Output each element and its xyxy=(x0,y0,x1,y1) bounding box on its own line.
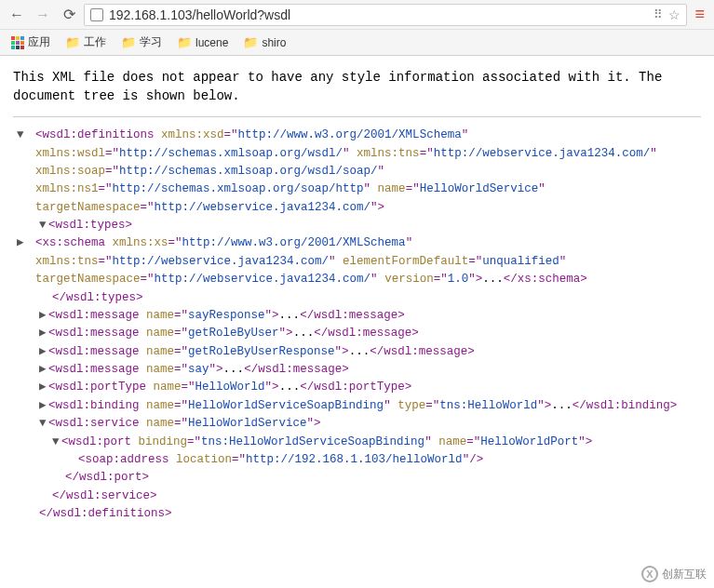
xml-element[interactable]: ▼<wsdl:service name="HelloWorldService"> xyxy=(13,415,701,433)
xml-element[interactable]: ▶<wsdl:portType name="HelloWorld">...</w… xyxy=(13,379,701,396)
url-text: 192.168.1.103/helloWorld?wsdl xyxy=(109,7,648,22)
folder-icon: 📁 xyxy=(121,35,136,49)
menu-icon[interactable]: ≡ xyxy=(691,5,708,24)
xml-close: </wsdl:types> xyxy=(13,289,701,307)
xml-element[interactable]: <soap:address location="http://192.168.1… xyxy=(13,451,701,469)
folder-icon: 📁 xyxy=(243,35,258,49)
collapse-toggle[interactable]: ▼ xyxy=(26,127,35,144)
translate-icon[interactable]: ⠿ xyxy=(653,7,663,21)
xml-element[interactable]: ▶<wsdl:binding name="HelloWorldServiceSo… xyxy=(13,397,701,415)
xml-element[interactable]: ▶<wsdl:message name="getRoleByUser">...<… xyxy=(13,325,701,342)
bookmarks-bar: 应用 📁工作 📁学习 📁lucene 📁shiro xyxy=(0,30,714,56)
forward-button[interactable]: → xyxy=(32,4,54,26)
expand-toggle[interactable]: ▶ xyxy=(39,343,48,361)
expand-toggle[interactable]: ▶ xyxy=(39,397,48,415)
expand-toggle[interactable]: ▶ xyxy=(26,234,35,252)
bookmark-star-icon[interactable]: ☆ xyxy=(668,7,680,22)
xml-notice: This XML file does not appear to have an… xyxy=(13,65,701,113)
bookmark-folder[interactable]: 📁lucene xyxy=(171,33,234,51)
folder-icon: 📁 xyxy=(65,35,80,49)
xml-element[interactable]: ▶<wsdl:message name="say">...</wsdl:mess… xyxy=(13,361,701,379)
expand-toggle[interactable]: ▶ xyxy=(39,307,48,325)
reload-button[interactable]: ⟳ xyxy=(58,4,80,26)
expand-toggle[interactable]: ▶ xyxy=(39,325,48,342)
address-bar[interactable]: 192.168.1.103/helloWorld?wsdl ⠿ ☆ xyxy=(84,4,687,26)
page-icon xyxy=(90,8,103,21)
xml-element[interactable]: ▶<wsdl:message name="getRoleByUserRespon… xyxy=(13,343,701,361)
collapse-toggle[interactable]: ▼ xyxy=(39,415,48,433)
browser-toolbar: ← → ⟳ 192.168.1.103/helloWorld?wsdl ⠿ ☆ … xyxy=(0,0,714,30)
apps-button[interactable]: 应用 xyxy=(6,33,56,52)
folder-icon: 📁 xyxy=(177,35,192,49)
expand-toggle[interactable]: ▶ xyxy=(39,379,48,396)
collapse-toggle[interactable]: ▼ xyxy=(52,434,61,451)
page-content: This XML file does not appear to have an… xyxy=(0,56,714,532)
xml-close: </wsdl:definitions> xyxy=(13,505,701,523)
bookmark-folder[interactable]: 📁shiro xyxy=(237,33,291,51)
xml-element[interactable]: ▼<wsdl:types> xyxy=(13,217,701,234)
xml-close: </wsdl:port> xyxy=(13,469,701,487)
xml-element[interactable]: ▶<wsdl:message name="sayResponse">...</w… xyxy=(13,307,701,325)
xml-tree: ▼<wsdl:definitions xmlns:xsd="http://www… xyxy=(13,127,701,523)
bookmark-folder[interactable]: 📁工作 xyxy=(60,33,112,52)
xml-element[interactable]: ▼<wsdl:port binding="tns:HelloWorldServi… xyxy=(13,434,701,451)
divider xyxy=(13,116,701,117)
apps-grid-icon xyxy=(11,36,24,49)
expand-toggle[interactable]: ▶ xyxy=(39,361,48,379)
back-button[interactable]: ← xyxy=(6,4,28,26)
xml-element[interactable]: ▶<xs:schema xmlns:xs="http://www.w3.org/… xyxy=(13,234,701,288)
xml-close: </wsdl:service> xyxy=(13,488,701,505)
collapse-toggle[interactable]: ▼ xyxy=(39,217,48,234)
xml-element[interactable]: ▼<wsdl:definitions xmlns:xsd="http://www… xyxy=(13,127,701,217)
apps-label: 应用 xyxy=(28,34,50,50)
bookmark-folder[interactable]: 📁学习 xyxy=(115,33,168,52)
